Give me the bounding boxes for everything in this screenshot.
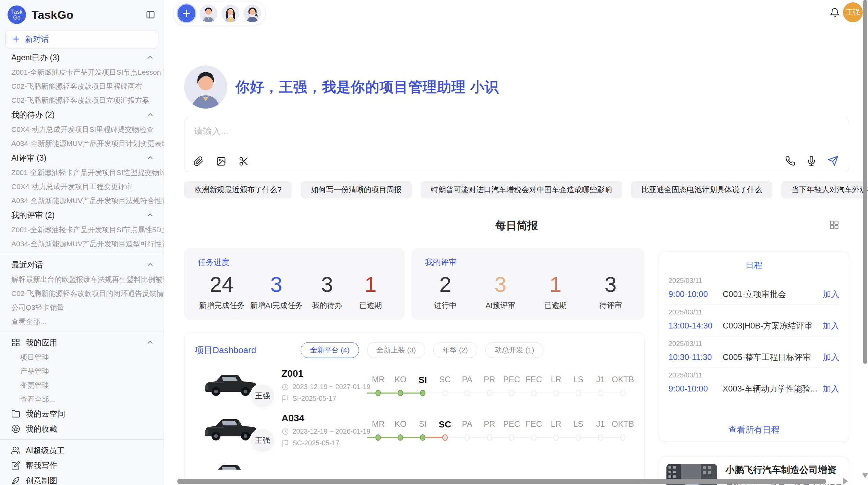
chevron-up-icon[interactable] — [146, 154, 154, 162]
stat: 3新增AI完成任务 — [250, 270, 303, 311]
sidebar-item-cloud-space[interactable]: 我的云空间 — [0, 406, 164, 421]
suggestion-chip[interactable]: 欧洲新规最近颁布了什么? — [184, 181, 292, 198]
sidebar-item[interactable]: C02-飞腾新能源轻客改款项目的闭环通告反馈情况 — [0, 286, 164, 300]
schedule-card: 日程 2025/03/119:00-10:00C001-立项审批会加入2025/… — [659, 251, 849, 442]
sidebar-item[interactable]: Z001-全新燃油轻卡产品开发项目SI节点属性5D文件评审 — [0, 223, 164, 237]
join-link[interactable]: 加入 — [823, 289, 839, 300]
send-icon[interactable] — [828, 156, 839, 166]
sidebar-section-header[interactable]: 我的评审 (2) — [0, 208, 164, 223]
chevron-up-icon[interactable] — [146, 339, 154, 346]
new-chat-button[interactable]: 新对话 — [5, 30, 158, 48]
suggestion-chip[interactable]: 比亚迪全固态电池计划具体说了什么 — [631, 181, 772, 198]
sidebar-item-favorites[interactable]: 我的收藏 — [0, 421, 164, 436]
attachment-icon[interactable] — [193, 156, 204, 166]
favorites-label: 我的收藏 — [26, 424, 57, 434]
layout-grid-icon[interactable] — [829, 220, 839, 231]
sidebar-collapse-icon[interactable] — [146, 10, 155, 20]
scroll-right-arrow[interactable] — [843, 478, 848, 484]
suggestion-chip[interactable]: 当下年轻人对汽车外观有怎样的喜好趋势 — [781, 181, 868, 198]
schedule-item: 2025/03/119:00-10:00X003-车辆动力学性能验...加入 — [668, 368, 839, 399]
filter-pill[interactable]: 年型 (2) — [433, 342, 477, 358]
sidebar-apps-subitems: 项目管理产品管理变更管理查看全部... — [0, 350, 164, 406]
sidebar-view-all[interactable]: 查看全部... — [0, 314, 164, 328]
greeting-text: 你好，王强，我是你的项目管理助理 小识 — [236, 78, 499, 97]
join-link[interactable]: 加入 — [823, 352, 839, 363]
vertical-scrollbar[interactable] — [863, 0, 867, 364]
stat-label: 我的待办 — [308, 300, 346, 311]
sidebar-section-header[interactable]: 最近对话 — [0, 257, 164, 272]
user-avatar[interactable]: 王强 — [843, 2, 863, 22]
sidebar-tool-item[interactable]: 帮我写作 — [0, 458, 164, 473]
phone-icon[interactable] — [785, 156, 795, 166]
sidebar-item[interactable]: A034-全新新能源MUV产品开发项目法规符合性评审 — [0, 194, 164, 208]
sidebar-tool-item[interactable]: 创意制图 — [0, 473, 164, 485]
milestone-label: FEC — [523, 419, 545, 434]
suggestion-chip[interactable]: 如何写一份清晰的项目周报 — [301, 181, 412, 198]
milestone: SC — [434, 419, 456, 441]
sidebar-item[interactable]: C0X4-动力总成开发项目工程变更评审 — [0, 179, 164, 194]
microphone-icon[interactable] — [806, 156, 817, 166]
sidebar-item[interactable]: 解释最新出台的欧盟报废车法规再生塑料比例被调至15%... — [0, 272, 164, 286]
milestone-dot — [576, 390, 581, 396]
chevron-up-icon[interactable] — [146, 54, 154, 61]
member-avatar[interactable] — [221, 4, 239, 22]
join-link[interactable]: 加入 — [823, 320, 839, 331]
sidebar-item[interactable]: 公司Q3轻卡销量 — [0, 300, 164, 314]
chevron-up-icon[interactable] — [146, 111, 154, 119]
filter-pill[interactable]: 全新上装 (3) — [367, 342, 425, 358]
image-icon[interactable] — [216, 156, 226, 166]
member-avatar[interactable] — [243, 4, 261, 22]
schedule-title: 日程 — [668, 260, 839, 273]
flag-icon — [281, 395, 289, 402]
milestone-dot — [420, 390, 425, 396]
join-link[interactable]: 加入 — [823, 383, 839, 394]
milestone-dot — [398, 390, 403, 396]
milestone: SI — [412, 375, 434, 397]
milestone-dot — [465, 434, 470, 441]
filter-pill[interactable]: 全新平台 (4) — [301, 342, 359, 358]
sidebar-item[interactable]: C02-飞腾新能源轻客改款项目立项汇报方案 — [0, 93, 164, 107]
sidebar-item[interactable]: C0X4-动力总成开发项目SI里程碑提交物检查 — [0, 122, 164, 136]
scissors-icon[interactable] — [239, 156, 249, 166]
notification-bell-icon[interactable] — [830, 8, 840, 19]
sidebar-item[interactable]: C02-飞腾新能源轻客改款项目里程碑画布 — [0, 79, 164, 93]
project-row[interactable]: 王强Z0012023-12-19 ~ 2027-01-19SI-2025-05-… — [195, 368, 634, 402]
sidebar-item[interactable]: Z001-全新燃油皮卡产品开发项目SI节点Lesson Learn报告 — [0, 65, 164, 79]
sidebar-item-my-apps[interactable]: 我的应用 — [0, 335, 164, 350]
stat-label: 新增AI完成任务 — [250, 300, 303, 311]
milestone: KO — [389, 419, 412, 441]
project-milestones: MRKOSISCPAPRPECFECLRLSJ1OKTB — [367, 419, 634, 441]
milestone-label: PA — [456, 375, 478, 389]
sidebar-tool-item[interactable]: AI超级员工 — [0, 443, 164, 458]
sidebar-app-item[interactable]: 项目管理 — [0, 350, 164, 364]
sidebar-item[interactable]: A034-全新新能源MUV产品开发项目计划变更表编写 — [0, 136, 164, 150]
milestone: PEC — [501, 375, 523, 397]
sidebar-task-sections: Agent已办 (3)Z001-全新燃油皮卡产品开发项目SI节点Lesson L… — [0, 50, 164, 251]
sidebar-item[interactable]: Z001-全新燃油轻卡产品开发项目SI造型提交物评审 — [0, 165, 164, 179]
milestone-label: SI — [412, 375, 434, 389]
member-avatar[interactable] — [200, 4, 217, 22]
suggestion-chip[interactable]: 特朗普可能对进口汽车增税会对中国车企造成哪些影响 — [421, 181, 622, 198]
chat-input-box[interactable]: 请输入... — [184, 117, 849, 172]
milestone: LR — [545, 375, 567, 397]
sidebar-apps-view-all[interactable]: 查看全部... — [0, 392, 164, 406]
scroll-down-arrow[interactable] — [862, 473, 868, 478]
cloud-space-label: 我的云空间 — [26, 409, 65, 419]
horizontal-scrollbar[interactable] — [177, 479, 826, 484]
sidebar-app-item[interactable]: 产品管理 — [0, 364, 164, 378]
chevron-up-icon[interactable] — [146, 211, 154, 219]
tool-label: 帮我写作 — [26, 460, 57, 471]
sidebar-item[interactable]: A034-全新新能源MUV产品开发项目造型可行性评审 — [0, 237, 164, 251]
view-all-schedule-link[interactable]: 查看所有日程 — [668, 420, 839, 438]
chevron-up-icon[interactable] — [146, 261, 154, 269]
filter-pill[interactable]: 动总开发 (1) — [485, 342, 544, 358]
milestone-dot — [553, 434, 559, 441]
sidebar-section-header[interactable]: 我的待办 (2) — [0, 107, 164, 122]
milestone: FEC — [523, 375, 545, 397]
project-row[interactable]: 王强A0342023-12-19 ~ 2026-01-19SC-2025-05-… — [195, 413, 634, 447]
sidebar-app-item[interactable]: 变更管理 — [0, 378, 164, 392]
milestone-dot — [509, 434, 514, 441]
add-member-button[interactable] — [178, 4, 195, 22]
sidebar-section-header[interactable]: AI评审 (3) — [0, 150, 164, 165]
sidebar-section-header[interactable]: Agent已办 (3) — [0, 50, 164, 65]
